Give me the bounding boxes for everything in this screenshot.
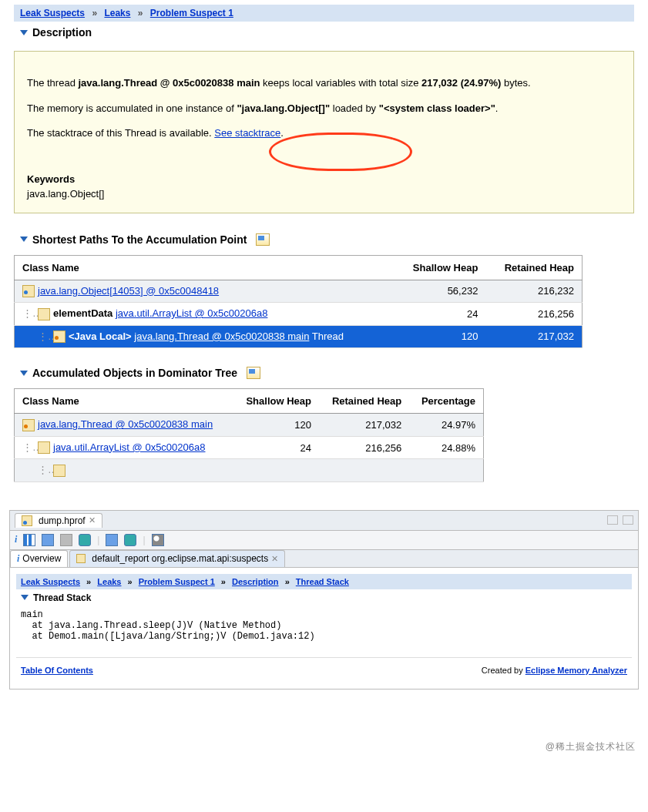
col-classname[interactable]: Class Name bbox=[15, 255, 395, 280]
histogram-icon[interactable] bbox=[23, 534, 35, 546]
shallow-cell: 120 bbox=[233, 414, 319, 437]
subtab-report[interactable]: default_report org.eclipse.mat.api:suspe… bbox=[69, 550, 285, 567]
report-icon bbox=[76, 554, 86, 563]
toolbar: i | | bbox=[10, 531, 638, 550]
shortest-paths-table: Class Name Shallow Heap Retained Heap ja… bbox=[14, 255, 583, 349]
query-icon[interactable] bbox=[124, 534, 136, 546]
run-icon[interactable] bbox=[106, 534, 118, 546]
breadcrumb-sep: » bbox=[92, 8, 97, 18]
window-controls bbox=[607, 515, 633, 525]
object-icon bbox=[38, 308, 50, 320]
thread-icon[interactable] bbox=[79, 534, 91, 546]
dominator-table: Class Name Shallow Heap Retained Heap Pe… bbox=[14, 388, 484, 482]
breadcrumb-link[interactable]: Leaks bbox=[104, 8, 130, 18]
col-shallow[interactable]: Shallow Heap bbox=[395, 255, 485, 280]
minimize-icon[interactable] bbox=[607, 515, 618, 525]
retained-cell: 216,256 bbox=[319, 436, 409, 459]
table-row[interactable]: java.lang.Object[14053] @ 0x5c0048418 56… bbox=[15, 280, 583, 303]
heap-file-icon bbox=[22, 515, 32, 526]
object-icon bbox=[53, 465, 65, 477]
desc-text: bytes. bbox=[501, 77, 530, 89]
table-row[interactable]: java.lang.Thread @ 0x5c0020838 main 120 … bbox=[15, 414, 484, 437]
editor-panel: dump.hprof ✕ i | | i Overview bbox=[9, 510, 639, 690]
close-icon[interactable]: ✕ bbox=[89, 515, 96, 525]
section-shortest-paths-header[interactable]: Shortest Paths To the Accumulation Point bbox=[14, 229, 634, 250]
col-pct[interactable]: Percentage bbox=[409, 389, 483, 414]
info-icon: i bbox=[17, 553, 19, 565]
info-icon[interactable]: i bbox=[15, 534, 17, 545]
subtab-overview[interactable]: i Overview bbox=[10, 550, 68, 567]
toc-link[interactable]: Table Of Contents bbox=[21, 666, 93, 675]
breadcrumb-link[interactable]: Problem Suspect 1 bbox=[139, 577, 215, 586]
desc-text: . bbox=[495, 102, 499, 114]
table-row[interactable]: ⋮…elementData java.util.ArrayList @ 0x5c… bbox=[15, 303, 583, 326]
class-link[interactable]: java.util.ArrayList @ 0x5c00206a8 bbox=[53, 441, 205, 453]
table-icon bbox=[247, 367, 260, 379]
oql-icon[interactable] bbox=[60, 534, 72, 546]
subtab-label: default_report org.eclipse.mat.api:suspe… bbox=[92, 553, 268, 564]
description-box: The thread java.lang.Thread @ 0x5c002083… bbox=[14, 51, 634, 213]
breadcrumb-link[interactable]: Leak Suspects bbox=[20, 8, 85, 18]
collapse-icon bbox=[20, 237, 28, 242]
breadcrumb-sep: » bbox=[86, 577, 91, 586]
collapse-icon bbox=[20, 30, 28, 35]
maximize-icon[interactable] bbox=[623, 515, 633, 525]
collapse-icon bbox=[21, 595, 29, 600]
section-title: Thread Stack bbox=[33, 592, 91, 603]
shallow-cell: 56,232 bbox=[395, 280, 485, 303]
desc-bold: "<system class loader>" bbox=[379, 102, 495, 114]
pct-cell: 24.88% bbox=[409, 436, 483, 459]
field-name: <Java Local> bbox=[69, 331, 134, 342]
table-row[interactable]: ⋮…java.util.ArrayList @ 0x5c00206a8 24 2… bbox=[15, 436, 484, 459]
keywords-label: Keywords bbox=[27, 172, 621, 187]
shallow-cell: 120 bbox=[395, 325, 485, 348]
object-icon bbox=[53, 331, 65, 343]
section-title: Accumulated Objects in Dominator Tree bbox=[32, 367, 237, 379]
shallow-cell: 24 bbox=[395, 303, 485, 326]
table-row[interactable]: ⋮… bbox=[15, 459, 484, 482]
report-footer: Table Of Contents Created by Eclipse Mem… bbox=[16, 657, 632, 683]
see-stacktrace-link[interactable]: See stacktrace bbox=[214, 127, 280, 139]
created-by-link[interactable]: Eclipse Memory Analyzer bbox=[525, 666, 627, 675]
retained-cell: 217,032 bbox=[319, 414, 409, 437]
table-icon bbox=[256, 233, 270, 246]
breadcrumb: Leak Suspects » Leaks » Problem Suspect … bbox=[16, 574, 632, 589]
section-dominator-header[interactable]: Accumulated Objects in Dominator Tree bbox=[14, 362, 634, 384]
search-icon[interactable] bbox=[152, 534, 164, 546]
breadcrumb-link[interactable]: Leak Suspects bbox=[21, 577, 80, 586]
class-link[interactable]: java.lang.Thread @ 0x5c0020838 main bbox=[38, 418, 213, 430]
retained-cell: 216,232 bbox=[485, 280, 582, 303]
class-link[interactable]: java.lang.Object[14053] @ 0x5c0048418 bbox=[38, 285, 219, 297]
col-retained[interactable]: Retained Heap bbox=[319, 389, 409, 414]
desc-text: The thread bbox=[27, 77, 79, 89]
section-title: Shortest Paths To the Accumulation Point bbox=[32, 233, 247, 246]
desc-text: . bbox=[280, 127, 284, 139]
col-shallow[interactable]: Shallow Heap bbox=[233, 389, 319, 414]
breadcrumb-link[interactable]: Thread Stack bbox=[296, 577, 349, 586]
section-thread-stack-header[interactable]: Thread Stack bbox=[16, 589, 632, 606]
breadcrumb: Leak Suspects » Leaks » Problem Suspect … bbox=[14, 5, 634, 22]
table-row-selected[interactable]: ⋮…<Java Local> java.lang.Thread @ 0x5c00… bbox=[15, 325, 583, 348]
breadcrumb-link[interactable]: Problem Suspect 1 bbox=[150, 8, 233, 18]
section-description-header[interactable]: Description bbox=[14, 22, 634, 43]
class-link[interactable]: java.util.ArrayList @ 0x5c00206a8 bbox=[116, 307, 267, 319]
breadcrumb-link[interactable]: Leaks bbox=[97, 577, 121, 586]
editor-tabbar: dump.hprof ✕ bbox=[10, 511, 638, 531]
file-tab[interactable]: dump.hprof ✕ bbox=[15, 513, 102, 528]
subtab-bar: i Overview default_report org.eclipse.ma… bbox=[10, 550, 638, 568]
object-icon bbox=[22, 285, 35, 297]
tree-icon[interactable] bbox=[42, 534, 54, 546]
desc-text: keeps local variables with total size bbox=[260, 77, 421, 89]
created-by-label: Created by bbox=[482, 666, 525, 675]
col-classname[interactable]: Class Name bbox=[15, 389, 233, 414]
class-suffix: Thread bbox=[309, 331, 344, 342]
breadcrumb-sep: » bbox=[138, 8, 143, 18]
class-link[interactable]: java.lang.Thread @ 0x5c0020838 main bbox=[134, 331, 309, 342]
col-retained[interactable]: Retained Heap bbox=[485, 255, 582, 280]
section-title: Description bbox=[32, 26, 92, 39]
file-tab-label: dump.hprof bbox=[39, 515, 86, 526]
breadcrumb-link[interactable]: Description bbox=[232, 577, 279, 586]
retained-cell: 217,032 bbox=[485, 325, 582, 348]
close-icon[interactable]: ✕ bbox=[271, 554, 278, 564]
object-icon bbox=[38, 441, 50, 454]
